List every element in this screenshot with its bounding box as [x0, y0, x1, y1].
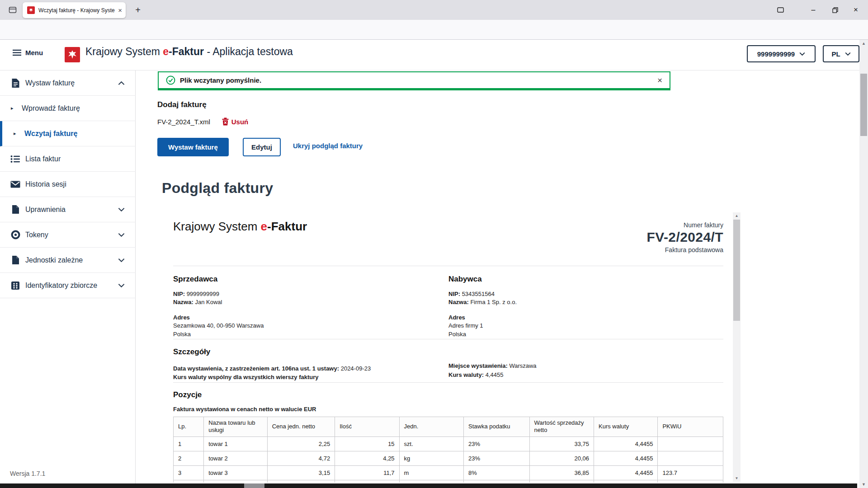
hide-preview-link[interactable]: Ukryj podgląd faktury: [293, 142, 363, 150]
invoice-number-block: Numer faktury FV-2/2024/T Faktura podsta…: [542, 221, 723, 253]
sidebar-item-identyfikatory-zbiorcze[interactable]: Identyfikatory zbiorcze: [0, 273, 136, 298]
items-table-wrap: Lp. Nazwa towaru lub usługi Cena jedn. n…: [173, 417, 724, 483]
items-note: Faktura wystawiona w cenach netto w walu…: [173, 406, 316, 413]
chevron-down-icon: [118, 258, 125, 263]
table-row: 1towar 12,2515szt.23%33,754,4455: [174, 436, 723, 451]
chevron-down-icon: [845, 52, 851, 56]
preview-heading: Podgląd faktury: [162, 180, 273, 197]
seller-section: Sprzedawca NIP: 9999999999 Nazwa: Jan Ko…: [173, 274, 426, 338]
sidebar: Wystaw fakturę ▸ Wprowadź fakturę ▸ Wczy…: [0, 70, 136, 488]
remove-file-label: Usuń: [231, 118, 249, 126]
seller-nip: NIP: 9999999999: [173, 290, 426, 298]
document-icon: [10, 78, 21, 89]
scroll-up-arrow-icon[interactable]: ▲: [733, 212, 741, 219]
table-header-row: Lp. Nazwa towaru lub usługi Cena jedn. n…: [174, 417, 723, 437]
divider: [173, 266, 723, 266]
window-restore-button[interactable]: [828, 4, 842, 16]
divider: [173, 382, 723, 383]
sidebar-item-historia-sesji[interactable]: Historia sesji: [0, 172, 136, 197]
horizontal-scrollbar-thumb[interactable]: [244, 483, 264, 488]
document-icon: [10, 255, 21, 266]
sidebar-item-tokeny[interactable]: Tokeny: [0, 222, 136, 248]
col-nazwa: Nazwa towaru lub usługi: [204, 417, 267, 437]
page-scrollbar[interactable]: ▲ ▼: [859, 40, 868, 488]
scroll-down-arrow-icon[interactable]: ▼: [859, 481, 868, 488]
currency-rate-line: Kurs waluty: 4,4455: [448, 371, 537, 380]
buyer-nip: NIP: 5343551564: [448, 290, 702, 298]
grid-icon: [10, 280, 21, 291]
firefox-view-button[interactable]: [6, 4, 19, 16]
chevron-down-icon: [118, 207, 125, 212]
col-jedn: Jedn.: [399, 417, 463, 437]
seller-address-line2: Polska: [173, 330, 426, 338]
browser-tab[interactable]: Wczytaj fakturę - Krajowy Syste ×: [23, 2, 126, 18]
list-tabs-button[interactable]: [774, 4, 788, 16]
envelope-icon: [10, 179, 21, 190]
browser-tab-strip: Wczytaj fakturę - Krajowy Syste × + – ×: [0, 0, 868, 20]
tab-close-button[interactable]: ×: [118, 7, 122, 14]
language-selector[interactable]: PL: [823, 45, 859, 62]
divider: [173, 339, 723, 339]
uploaded-filename: FV-2_2024_T.xml: [157, 118, 210, 126]
invoice-number: FV-2/2024/T: [542, 230, 723, 245]
chevron-down-icon: [118, 233, 125, 237]
issue-place-line: Miejsce wystawienia: Warszawa: [448, 361, 537, 371]
chevron-down-icon: [799, 52, 805, 56]
invoice-logo: Krajowy System e-Faktur: [173, 220, 307, 234]
seller-heading: Sprzedawca: [173, 274, 426, 285]
sidebar-item-wystaw-fakture[interactable]: Wystaw fakturę: [0, 70, 136, 96]
issue-date-line: Data wystawienia, z zastrzeżeniem art. 1…: [173, 364, 371, 373]
items-heading: Pozycje: [173, 390, 202, 399]
firefox-view-icon: [9, 6, 17, 14]
issue-invoice-button[interactable]: Wystaw fakturę: [157, 138, 229, 156]
details-heading: Szczegóły: [173, 346, 371, 358]
buyer-address-line1: Adres firmy 1: [448, 322, 702, 330]
triangle-right-icon: ▸: [11, 105, 14, 111]
col-lp: Lp.: [174, 417, 204, 437]
sidebar-item-wprowadz-fakture[interactable]: ▸ Wprowadź fakturę: [0, 96, 136, 121]
sidebar-item-lista-faktur[interactable]: Lista faktur: [0, 146, 136, 172]
new-tab-button[interactable]: +: [132, 4, 144, 16]
table-row-partial: [174, 480, 723, 483]
col-kurs: Kurs waluty: [594, 417, 657, 437]
window-minimize-button[interactable]: –: [807, 4, 820, 16]
app-version: Wersja 1.7.1: [10, 470, 45, 477]
nip-selector[interactable]: 9999999999: [747, 45, 816, 62]
scroll-down-arrow-icon[interactable]: ▼: [733, 475, 741, 482]
scroll-up-arrow-icon[interactable]: ▲: [859, 40, 868, 47]
window-close-button[interactable]: ×: [849, 4, 863, 16]
alert-close-button[interactable]: ×: [657, 76, 662, 84]
remove-file-button[interactable]: Usuń: [222, 117, 249, 126]
browser-toolbar: https://ksef-test.mf.gov.pl/web/issue-in…: [0, 20, 868, 40]
restore-icon: [832, 7, 838, 13]
check-circle-icon: [166, 75, 175, 85]
sidebar-item-wczytaj-fakture[interactable]: ▸ Wczytaj fakturę: [0, 121, 136, 146]
buyer-name: Nazwa: Firma 1 Sp. z o.o.: [448, 298, 702, 306]
invoice-type: Faktura podstawowa: [542, 246, 723, 253]
edit-button[interactable]: Edytuj: [243, 138, 281, 156]
document-icon: [10, 204, 21, 215]
brand-e: e: [261, 220, 267, 233]
sidebar-item-uprawnienia[interactable]: Uprawnienia: [0, 197, 136, 222]
details-right-section: Miejsce wystawienia: Warszawa Kurs walut…: [448, 361, 537, 379]
app-title: Krajowy System e-Faktur - Aplikacja test…: [85, 46, 293, 58]
menu-label: Menu: [25, 49, 43, 56]
buyer-address-heading: Adres: [448, 314, 702, 322]
menu-icon: [13, 49, 21, 56]
language-value: PL: [831, 50, 840, 58]
col-ilosc: Ilość: [335, 417, 399, 437]
brand-e: e: [163, 46, 169, 57]
seller-name: Nazwa: Jan Kowal: [173, 298, 426, 306]
seller-address-line1: Sezamkowa 40, 00-950 Warszawa: [173, 322, 426, 330]
eagle-icon: [28, 8, 33, 13]
chevron-down-icon: [118, 283, 125, 288]
menu-button[interactable]: Menu: [13, 49, 43, 56]
preview-scrollbar[interactable]: ▲ ▼: [733, 212, 741, 482]
horizontal-scrollbar[interactable]: [0, 483, 857, 488]
details-section: Szczegóły Data wystawienia, z zastrzeżen…: [173, 346, 371, 382]
page-scrollbar-thumb[interactable]: [860, 74, 867, 136]
token-target-icon: [10, 230, 21, 240]
nip-value: 9999999999: [757, 50, 795, 58]
sidebar-item-jednostki-zalezne[interactable]: Jednostki zależne: [0, 248, 136, 273]
preview-scrollbar-thumb[interactable]: [733, 220, 740, 321]
